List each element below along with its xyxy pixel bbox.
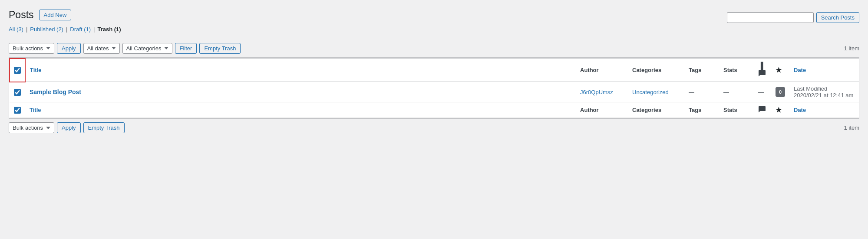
td-star: 0: [771, 82, 789, 102]
subnav-trash[interactable]: Trash (1): [97, 26, 121, 33]
star-icon-header: ★: [776, 66, 782, 74]
td-date: Last Modified 2020/02/21 at 12:41 am: [789, 82, 859, 102]
add-new-button[interactable]: Add New: [39, 10, 72, 20]
search-input[interactable]: [727, 12, 814, 23]
apply-button-top[interactable]: Apply: [57, 43, 81, 54]
table-header-row: Title Author Categories Tags Stats ▐: [10, 59, 859, 82]
comments-footer-icon: [758, 106, 766, 113]
search-posts-button[interactable]: Search Posts: [816, 12, 859, 23]
all-dates-select[interactable]: All dates: [83, 43, 120, 54]
th-star: ★: [771, 59, 789, 82]
filter-button[interactable]: Filter: [175, 43, 197, 54]
subnav-all[interactable]: All (3): [9, 26, 23, 33]
apply-button-bottom[interactable]: Apply: [57, 122, 81, 133]
comment-icon-header: ▐: [758, 62, 763, 70]
th-date[interactable]: Date: [789, 59, 859, 82]
tfoot-th-stats: Stats: [719, 102, 754, 118]
date-modified-label: Last Modified: [794, 85, 855, 92]
th-title-link[interactable]: Title: [30, 67, 42, 73]
tfoot-th-title[interactable]: Title: [25, 102, 576, 118]
select-all-checkbox-bottom[interactable]: [14, 107, 21, 114]
search-area: Search Posts: [727, 12, 859, 23]
td-tags: —: [684, 82, 719, 102]
empty-trash-button-top[interactable]: Empty Trash: [199, 43, 241, 54]
th-title[interactable]: Title: [25, 59, 576, 82]
star-icon-footer: ★: [776, 106, 782, 114]
bulk-actions-select-top[interactable]: Bulk actions: [9, 43, 54, 54]
td-stats: —: [719, 82, 754, 102]
author-link[interactable]: J6r0QpUmsz: [580, 89, 613, 95]
tfoot-th-categories: Categories: [628, 102, 684, 118]
td-categories: Uncategorized: [628, 82, 684, 102]
tablenav-top: Bulk actions Apply All dates All Categor…: [9, 40, 859, 58]
th-stats: Stats: [719, 59, 754, 82]
item-count-bottom: 1 item: [844, 124, 859, 131]
tfoot-th-title-link[interactable]: Title: [30, 107, 41, 113]
tfoot-th-date-link[interactable]: Date: [794, 107, 806, 113]
category-link[interactable]: Uncategorized: [632, 89, 669, 95]
th-author: Author: [576, 59, 628, 82]
star-count-badge: 0: [776, 87, 785, 97]
comments-header-icon: [758, 70, 766, 77]
th-comments: ▐: [754, 59, 771, 82]
tfoot-th-date[interactable]: Date: [789, 102, 859, 118]
item-count-top: 1 item: [844, 45, 859, 52]
page-header: Posts Add New: [9, 9, 121, 22]
posts-table-wrap: Title Author Categories Tags Stats ▐: [9, 58, 859, 119]
subnav-published[interactable]: Published (2): [30, 26, 63, 33]
td-comments: —: [754, 82, 771, 102]
th-date-link[interactable]: Date: [794, 67, 806, 73]
tfoot-th-checkbox: [10, 102, 25, 118]
bulk-actions-select-bottom[interactable]: Bulk actions: [9, 122, 54, 133]
td-title: Sample Blog Post: [25, 82, 576, 102]
posts-table: Title Author Categories Tags Stats ▐: [9, 58, 859, 118]
page-title: Posts: [9, 9, 34, 22]
date-value: 2020/02/21 at 12:41 am: [794, 92, 853, 98]
row-checkbox-0[interactable]: [14, 89, 21, 96]
tfoot-th-star: ★: [771, 102, 789, 118]
td-author: J6r0QpUmsz: [576, 82, 628, 102]
tfoot-th-tags: Tags: [684, 102, 719, 118]
th-checkbox: [10, 59, 25, 82]
all-categories-select[interactable]: All Categories: [122, 43, 172, 54]
select-all-checkbox-top[interactable]: [14, 67, 21, 74]
td-checkbox: [10, 82, 25, 102]
tablenav-bottom: Bulk actions Apply Empty Trash 1 item: [9, 118, 859, 136]
subsubsub-nav: All (3) | Published (2) | Draft (1) | Tr…: [9, 26, 121, 33]
th-categories: Categories: [628, 59, 684, 82]
subnav-draft[interactable]: Draft (1): [70, 26, 91, 33]
tfoot-th-author: Author: [576, 102, 628, 118]
th-tags: Tags: [684, 59, 719, 82]
empty-trash-button-bottom[interactable]: Empty Trash: [83, 122, 125, 133]
table-footer-row: Title Author Categories Tags Stats: [10, 102, 859, 118]
tfoot-th-comments: [754, 102, 771, 118]
table-row: Sample Blog Post J6r0QpUmsz Uncategorize…: [10, 82, 859, 102]
post-title-link[interactable]: Sample Blog Post: [30, 88, 81, 95]
